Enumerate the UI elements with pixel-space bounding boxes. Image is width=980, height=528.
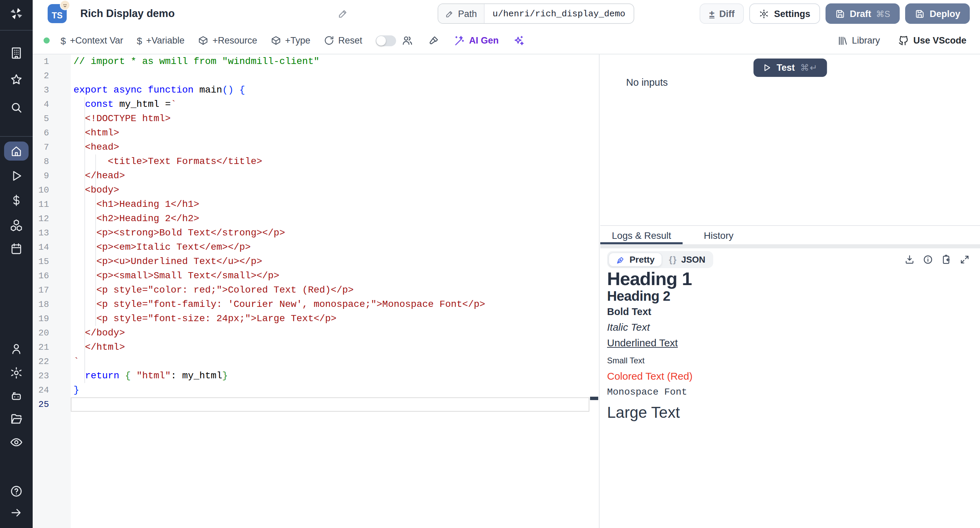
test-button[interactable]: Test ⌘↵ <box>753 59 827 77</box>
library-button[interactable]: Library <box>837 35 880 46</box>
sidebar-divider-top <box>0 30 33 30</box>
boxes-icon <box>10 218 23 232</box>
multiplayer-toggle[interactable] <box>376 35 396 46</box>
result-colored-text: Colored Text (Red) <box>607 371 973 382</box>
draft-button[interactable]: Draft ⌘S <box>825 3 900 24</box>
path-label: Path <box>458 8 477 19</box>
titlebar: TS Rich Display demo Path u/henri/rich_d… <box>33 0 980 27</box>
sidebar-item-runs[interactable] <box>10 169 23 182</box>
result-large-text: Large Text <box>607 404 973 420</box>
diff-button[interactable]: ± Diff <box>700 3 744 24</box>
result-actions <box>904 254 970 265</box>
line-number: 20 <box>33 326 71 340</box>
star-icon <box>10 73 23 86</box>
sidebar-item-workspace[interactable] <box>10 46 23 60</box>
package-icon <box>198 35 208 46</box>
add-resource-button[interactable]: +Resource <box>198 35 257 46</box>
package-icon <box>271 35 281 46</box>
test-label: Test <box>776 63 795 73</box>
play-icon <box>10 169 23 182</box>
code-text: <p><small>Small Text</small></p> <box>73 269 279 283</box>
sidebar-item-workers[interactable] <box>10 389 23 403</box>
line-number: 9 <box>33 169 71 183</box>
braces-icon: {} <box>669 254 677 265</box>
multiplayer-users-button[interactable] <box>402 35 414 46</box>
code-text: <h2>Heading 2</h2> <box>73 212 199 226</box>
settings-button[interactable]: Settings <box>749 3 820 24</box>
sidebar-item-folders[interactable] <box>10 412 23 426</box>
search-icon <box>10 101 23 114</box>
deploy-button[interactable]: Deploy <box>905 3 970 24</box>
code-editor[interactable]: 1// import * as wmill from "windmill-cli… <box>33 54 600 528</box>
draft-shortcut: ⌘S <box>876 8 890 19</box>
code-line: 24} <box>33 383 599 398</box>
sidebar-item-expand[interactable] <box>10 506 23 519</box>
windmill-logo[interactable] <box>8 5 25 22</box>
code-text: <h1>Heading 1</h1> <box>73 197 199 212</box>
reset-icon <box>324 35 334 46</box>
folder-open-icon <box>10 412 23 426</box>
ai-gen-button[interactable]: AI Gen <box>453 35 499 46</box>
edit-summary-button[interactable] <box>337 8 348 19</box>
panel-resizer[interactable] <box>600 244 980 248</box>
test-shortcut: ⌘↵ <box>800 63 818 73</box>
library-label: Library <box>852 35 880 46</box>
status-dot <box>43 37 50 43</box>
home-icon <box>10 145 22 157</box>
line-number: 5 <box>33 111 71 126</box>
format-code-button[interactable] <box>428 35 440 46</box>
use-vscode-button[interactable]: Use VScode <box>898 35 966 46</box>
line-number: 8 <box>33 154 71 169</box>
view-pretty-button[interactable]: Pretty <box>608 253 662 267</box>
sidebar-item-favorites[interactable] <box>10 73 23 86</box>
wand-sparkles-icon <box>453 35 465 46</box>
code-line: 20 </body> <box>33 326 599 340</box>
settings-label: Settings <box>774 8 811 19</box>
clipboard-copy-icon[interactable] <box>941 254 951 265</box>
robot-icon <box>10 389 23 403</box>
code-line: 12 <h2>Heading 2</h2> <box>33 212 599 226</box>
editor-toolbar: $ +Context Var $ +Variable +Resource +Ty… <box>33 27 980 54</box>
result-small-text: Small Text <box>607 356 973 366</box>
view-pretty-label: Pretty <box>630 254 655 265</box>
code-text: <p><strong>Bold Text</strong></p> <box>73 226 285 240</box>
sidebar-item-user[interactable] <box>10 342 23 355</box>
sidebar-item-audit-logs[interactable] <box>10 436 23 449</box>
path-value[interactable]: u/henri/rich_display_demo <box>485 4 633 23</box>
line-number: 12 <box>33 212 71 226</box>
result-heading2: Heading 2 <box>607 288 973 304</box>
download-icon[interactable] <box>904 254 915 265</box>
code-line: 4 const my_html =` <box>33 97 599 111</box>
sidebar-item-settings[interactable] <box>10 366 23 380</box>
line-number: 21 <box>33 340 71 355</box>
ai-suggest-button[interactable] <box>512 34 525 47</box>
add-context-var-button[interactable]: $ +Context Var <box>60 35 123 46</box>
code-text: <html> <box>73 126 119 140</box>
line-number: 13 <box>33 226 71 240</box>
tab-logs-result[interactable]: Logs & Result <box>600 226 682 244</box>
sidebar-item-search[interactable] <box>10 101 23 114</box>
result-monospace-text: Monospace Font <box>607 386 973 398</box>
sidebar-item-resources[interactable] <box>10 218 23 232</box>
draft-label: Draft <box>850 8 871 19</box>
toggle-knob <box>377 36 386 45</box>
code-line: 21 </html> <box>33 340 599 355</box>
path-pill[interactable]: Path u/henri/rich_display_demo <box>438 3 634 24</box>
line-number: 24 <box>33 383 71 398</box>
line-number: 3 <box>33 83 71 97</box>
add-type-button[interactable]: +Type <box>271 35 310 46</box>
sidebar-item-schedules[interactable] <box>10 242 23 255</box>
tab-history[interactable]: History <box>692 226 745 244</box>
pencil-icon <box>337 8 348 19</box>
sidebar-item-variables[interactable] <box>10 194 23 207</box>
sidebar-item-help[interactable] <box>10 485 23 498</box>
view-json-button[interactable]: {} JSON <box>662 253 712 266</box>
info-icon[interactable] <box>923 254 933 265</box>
reset-button[interactable]: Reset <box>324 35 363 46</box>
add-variable-button[interactable]: $ +Variable <box>137 35 185 46</box>
code-text: export async function main() { <box>73 83 245 97</box>
result-bold-text: Bold Text <box>607 306 973 317</box>
result-italic-text: Italic Text <box>607 322 973 333</box>
sidebar-item-home[interactable] <box>4 142 29 161</box>
maximize-icon[interactable] <box>959 254 970 265</box>
